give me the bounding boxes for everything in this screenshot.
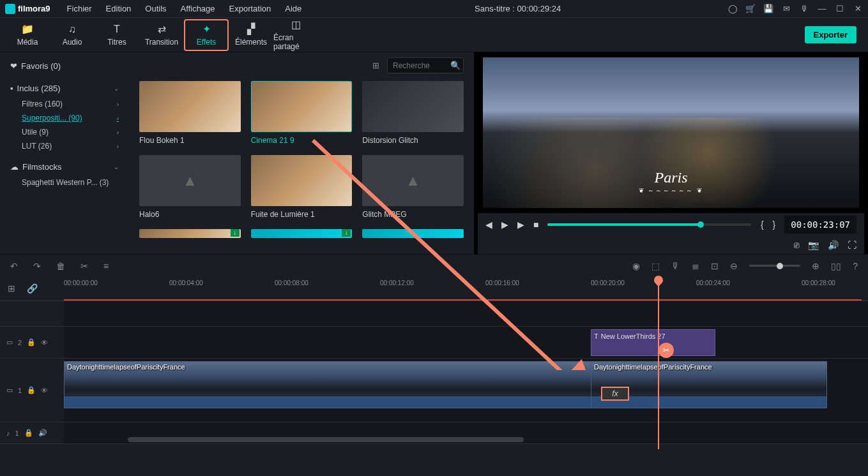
crop-icon[interactable]: ⊡	[711, 261, 719, 271]
preview-scrubber[interactable]	[547, 223, 751, 226]
mail-icon[interactable]: ✉	[781, 4, 791, 14]
effect-distorsion-glitch[interactable]: Distorsion Glitch	[362, 81, 464, 145]
track-body[interactable]: T New LowerThirds 27 ✂	[64, 327, 868, 358]
minimize-icon[interactable]: —	[817, 4, 827, 14]
sidebar-utile[interactable]: Utile (9)›	[8, 125, 121, 139]
lock-icon[interactable]: 🔒	[27, 386, 36, 394]
menu-outils[interactable]: Outils	[139, 1, 172, 16]
effect-extra-3[interactable]	[362, 229, 464, 238]
sidebar-spaghetti[interactable]: Spaghetti Western P... (3)	[8, 175, 121, 190]
fullscreen-icon[interactable]: ⛶	[848, 240, 857, 250]
menu-exportation[interactable]: Exportation	[223, 1, 278, 16]
preview-footer: ⎚ 📷 🔊 ⛶	[478, 236, 864, 254]
track-spacer	[0, 301, 868, 327]
effect-halo6[interactable]: ▲Halo6	[139, 155, 241, 219]
effect-cinema-21-9[interactable]: Cinema 21 9	[251, 81, 353, 145]
preview-video[interactable]: Paris ❦ ～～～～～～ ❦	[483, 57, 859, 208]
title-track: ▭2 🔒 👁 T New LowerThirds 27 ✂	[0, 327, 868, 359]
effect-extra-1[interactable]: ↓	[139, 229, 241, 238]
search-icon[interactable]: 🔍	[450, 61, 461, 70]
playhead[interactable]	[658, 277, 659, 449]
settings-icon[interactable]: ≡	[103, 261, 109, 271]
bracket-left-icon[interactable]: {	[761, 219, 764, 230]
menu-edition[interactable]: Edition	[100, 1, 138, 16]
record-icon[interactable]: 🎙	[671, 261, 680, 271]
bracket-right-icon[interactable]: }	[773, 219, 776, 230]
sidebar-filmstocks[interactable]: ☁ Filmstocks⌄	[8, 158, 121, 175]
lock-icon[interactable]: 🔒	[24, 429, 33, 437]
fit-icon[interactable]: ▯▯	[831, 261, 841, 271]
volume-icon[interactable]: 🔊	[828, 240, 839, 250]
timeline-toolbar: ↶ ↷ 🗑 ✂ ≡ ◉ ⬚ 🎙 ≣ ⊡ ⊖ ⊕ ▯▯ ?	[0, 254, 868, 277]
tab-transition[interactable]: ⇄Transition	[139, 19, 184, 51]
sidebar-filtres[interactable]: Filtres (160)›	[8, 97, 121, 111]
zoom-slider[interactable]	[749, 265, 800, 267]
zoom-out-icon[interactable]: ⊖	[730, 261, 738, 271]
maximize-icon[interactable]: ☐	[835, 4, 845, 14]
lock-icon[interactable]: 🔒	[27, 338, 36, 346]
scrubber-thumb[interactable]	[697, 221, 704, 228]
quality-icon[interactable]: ⎚	[794, 240, 799, 250]
save-icon[interactable]: 💾	[763, 4, 773, 14]
effect-thumb	[251, 81, 353, 132]
track-add-icon[interactable]: ⊞	[8, 283, 15, 294]
mic-icon[interactable]: 🎙	[799, 4, 809, 14]
fx-badge[interactable]: fx	[601, 387, 629, 401]
zoom-thumb[interactable]	[777, 263, 783, 269]
zoom-in-icon[interactable]: ⊕	[812, 261, 819, 271]
marker-icon[interactable]: ⬚	[651, 261, 660, 271]
close-icon[interactable]: ✕	[853, 4, 863, 14]
export-button[interactable]: Exporter	[805, 26, 857, 43]
speaker-icon[interactable]: 🔊	[38, 429, 47, 437]
user-icon[interactable]: ◯	[727, 4, 738, 14]
effect-glitch-mpeg[interactable]: ▲Glitch MPEG	[362, 155, 464, 219]
video-clip-2[interactable]: DaytonighttimelapseofPariscityFrance	[591, 361, 827, 408]
effect-flou-bokeh[interactable]: Flou Bokeh 1	[139, 81, 241, 145]
menu-affichage[interactable]: Affichage	[174, 1, 222, 16]
cut-icon[interactable]: ✂	[80, 261, 88, 271]
render-icon[interactable]: ◉	[632, 261, 640, 271]
eye-icon[interactable]: 👁	[41, 339, 48, 346]
effect-extra-2[interactable]: ↓	[251, 229, 353, 238]
scrubber-fill	[547, 223, 701, 226]
tab-splitscreen[interactable]: ◫Écran partagé	[273, 19, 318, 51]
title-clip[interactable]: T New LowerThirds 27 ✂	[591, 329, 715, 356]
eye-icon[interactable]: 👁	[41, 387, 48, 394]
play-icon[interactable]: ▶	[501, 219, 508, 230]
effect-fuite-lumiere[interactable]: Fuite de Lumière 1	[251, 155, 353, 219]
tab-titres[interactable]: TTitres	[95, 19, 139, 51]
sidebar-lut[interactable]: LUT (26)›	[8, 139, 121, 153]
help-icon[interactable]: ?	[853, 261, 858, 271]
tab-media[interactable]: 📁Média	[5, 19, 50, 51]
track-body[interactable]	[64, 301, 868, 326]
link-icon[interactable]: 🔗	[27, 283, 38, 294]
cart-icon[interactable]: 🛒	[745, 4, 756, 14]
track-body[interactable]	[64, 422, 868, 443]
track-body[interactable]: DaytonighttimelapseofPariscityFrance Day…	[64, 359, 868, 422]
snapshot-icon[interactable]: 📷	[808, 240, 819, 250]
grid-view-icon[interactable]: ⊞	[372, 61, 379, 70]
undo-icon[interactable]: ↶	[10, 261, 18, 271]
menu-fichier[interactable]: Fichier	[61, 1, 98, 16]
search-input[interactable]	[393, 61, 450, 70]
play2-icon[interactable]: ▶	[517, 219, 524, 230]
tab-effets[interactable]: ✦Effets	[184, 19, 229, 51]
stop-icon[interactable]: ■	[533, 219, 538, 230]
sidebar-inclus[interactable]: ▪ Inclus (285)⌄	[8, 80, 121, 97]
prev-frame-icon[interactable]: ◀	[485, 219, 492, 230]
menu-aide[interactable]: Aide	[278, 1, 308, 16]
main-toolbar: 📁Média ♫Audio TTitres ⇄Transition ✦Effet…	[0, 18, 868, 52]
mixer-icon[interactable]: ≣	[692, 261, 699, 271]
sidebar-favoris[interactable]: ❤ Favoris (0)	[8, 57, 121, 75]
titlebar: filmora9 Fichier Edition Outils Affichag…	[0, 0, 868, 18]
title-clip-icon: T	[594, 332, 598, 340]
sidebar-superpositions[interactable]: Superpositi... (90)›	[8, 111, 121, 125]
delete-icon[interactable]: 🗑	[56, 261, 65, 271]
redo-icon[interactable]: ↷	[33, 261, 41, 271]
timeline-ruler[interactable]: ⊞ 🔗 00:00:00:00 00:00:04:00 00:00:08:00 …	[0, 277, 868, 301]
tab-audio[interactable]: ♫Audio	[50, 19, 95, 51]
tab-elements[interactable]: ▞Éléments	[229, 19, 273, 51]
search-box[interactable]: 🔍	[387, 57, 464, 73]
horizontal-scrollbar[interactable]	[128, 437, 524, 442]
scissors-icon[interactable]: ✂	[659, 343, 674, 358]
